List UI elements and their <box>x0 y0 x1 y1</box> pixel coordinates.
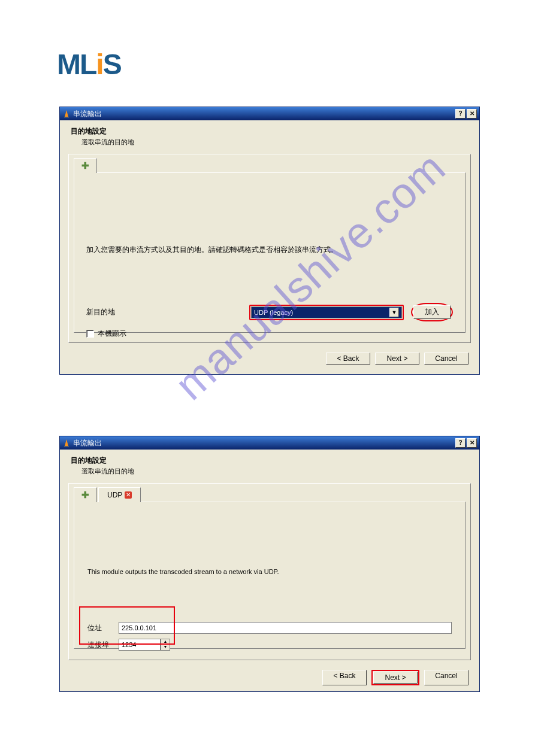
next-button[interactable]: Next > <box>375 353 419 365</box>
udp-description: This module outputs the transcoded strea… <box>87 568 452 575</box>
dialog1-titlebar: 串流輸出 ? ✕ <box>60 107 479 120</box>
dialog1-header: 目的地設定 選取串流的目的地 <box>60 120 479 150</box>
dialog2-title: 串流輸出 <box>73 438 454 448</box>
next-button[interactable]: Next > <box>373 672 418 684</box>
dialog2-tabpage: This module outputs the transcoded strea… <box>74 502 466 649</box>
destination-combo-highlight: UDP (legacy) ▼ <box>249 305 404 320</box>
spin-down-icon[interactable]: ▼ <box>161 645 170 650</box>
back-button[interactable]: < Back <box>326 353 370 365</box>
add-destination-button[interactable]: 加入 <box>413 305 451 319</box>
address-row: 位址 225.0.0.101 <box>87 622 452 634</box>
udp-tab-label: UDP <box>107 491 122 499</box>
dialog1-header-sub: 選取串流的目的地 <box>81 138 468 147</box>
spin-up-icon[interactable]: ▲ <box>161 639 170 645</box>
vlc-cone-icon <box>62 439 71 447</box>
udp-form: 位址 225.0.0.101 連接埠 1234 ▲ ▼ <box>87 622 452 651</box>
destination-combobox[interactable]: UDP (legacy) ▼ <box>251 306 402 318</box>
dialog1-title: 串流輸出 <box>73 109 454 119</box>
port-input[interactable]: 1234 <box>119 639 161 651</box>
cancel-button[interactable]: Cancel <box>424 353 468 365</box>
dialog2-tabstrip: ✚ UDP ✕ <box>69 484 470 502</box>
port-spinner[interactable]: ▲ ▼ <box>161 639 170 651</box>
port-label: 連接埠 <box>87 640 114 650</box>
svg-marker-0 <box>65 110 68 117</box>
help-button[interactable]: ? <box>455 109 466 119</box>
add-tab-button[interactable]: ✚ <box>74 158 97 173</box>
svg-marker-2 <box>65 439 68 446</box>
back-button[interactable]: < Back <box>322 670 367 685</box>
local-display-row: 本機顯示 <box>86 329 453 339</box>
add-button-highlight: 加入 <box>411 303 453 321</box>
svg-rect-1 <box>64 117 69 118</box>
dialog1-tabstrip: ✚ <box>69 154 470 173</box>
local-display-label: 本機顯示 <box>98 329 126 339</box>
port-row: 連接埠 1234 ▲ ▼ <box>87 639 452 651</box>
udp-tab[interactable]: UDP ✕ <box>98 487 141 502</box>
address-label: 位址 <box>87 623 114 633</box>
mlis-logo: MLiS <box>57 48 121 81</box>
dialog1-body-text: 加入您需要的串流方式以及其目的地。請確認轉碼格式是否相容於該串流方式。 <box>86 245 453 255</box>
destination-combo-value: UDP (legacy) <box>254 309 293 316</box>
stream-output-dialog-1: 串流輸出 ? ✕ 目的地設定 選取串流的目的地 ✚ 加入您需要的串流方式以及其目… <box>59 107 480 375</box>
new-destination-row: 新目的地 UDP (legacy) ▼ 加入 <box>86 303 453 321</box>
dialog1-inner-panel: ✚ 加入您需要的串流方式以及其目的地。請確認轉碼格式是否相容於該串流方式。 新目… <box>68 154 471 343</box>
dialog1-footer: < Back Next > Cancel <box>60 348 479 372</box>
dialog2-header-title: 目的地設定 <box>71 456 468 466</box>
dialog2-titlebar: 串流輸出 ? ✕ <box>60 436 479 450</box>
dialog2-header-sub: 選取串流的目的地 <box>81 467 468 476</box>
help-button[interactable]: ? <box>455 438 466 448</box>
new-destination-label: 新目的地 <box>86 307 242 317</box>
local-display-checkbox[interactable] <box>86 330 94 338</box>
vlc-cone-icon <box>62 110 71 118</box>
next-button-highlight: Next > <box>371 670 419 685</box>
address-input[interactable]: 225.0.0.101 <box>119 622 452 634</box>
dialog1-tabpage: 加入您需要的串流方式以及其目的地。請確認轉碼格式是否相容於該串流方式。 新目的地… <box>74 172 466 333</box>
dialog1-header-title: 目的地設定 <box>71 126 468 136</box>
dialog2-inner-panel: ✚ UDP ✕ This module outputs the transcod… <box>68 483 471 660</box>
svg-rect-3 <box>64 446 69 447</box>
dialog2-footer: < Back Next > Cancel <box>60 665 479 693</box>
dialog2-header: 目的地設定 選取串流的目的地 <box>60 450 479 479</box>
close-button[interactable]: ✕ <box>467 438 477 448</box>
add-tab-button[interactable]: ✚ <box>74 487 97 502</box>
close-tab-icon[interactable]: ✕ <box>125 491 132 499</box>
stream-output-dialog-2: 串流輸出 ? ✕ 目的地設定 選取串流的目的地 ✚ UDP ✕ This mod… <box>59 436 480 692</box>
cancel-button[interactable]: Cancel <box>424 670 468 685</box>
chevron-down-icon[interactable]: ▼ <box>389 308 399 317</box>
close-button[interactable]: ✕ <box>467 109 477 119</box>
